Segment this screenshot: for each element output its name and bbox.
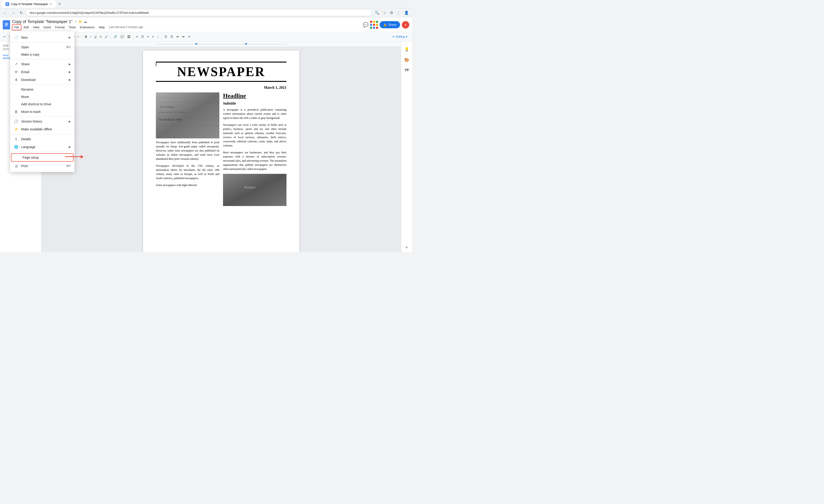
share-button[interactable]: 🔒 Share: [380, 21, 400, 28]
map-icon[interactable]: 🗺: [403, 66, 411, 75]
editing-mode-btn[interactable]: ✏ Editing ▾: [390, 34, 410, 39]
indent-increase-btn[interactable]: ➡: [181, 34, 186, 39]
menu-view[interactable]: View: [31, 25, 41, 30]
cloud-icon[interactable]: ☁: [84, 20, 87, 23]
menu-edit[interactable]: Edit: [22, 25, 30, 30]
align-justify-btn[interactable]: ≡: [150, 34, 155, 39]
line-spacing-btn[interactable]: ↕: [156, 34, 160, 39]
new-doc-icon: 📄: [14, 35, 18, 39]
menu-item-email[interactable]: ✉ Email ▶: [10, 68, 75, 76]
user-avatar[interactable]: A: [402, 21, 409, 28]
back-button[interactable]: ←: [2, 10, 8, 16]
download-arrow-icon: ▶: [69, 78, 71, 81]
menu-section-details: ℹ Details 🌐 Language ▶: [10, 134, 75, 152]
tab-close-btn[interactable]: ×: [50, 2, 52, 6]
reload-button[interactable]: ↻: [18, 10, 24, 16]
extension-icon[interactable]: ⚙: [389, 10, 395, 16]
star-icon[interactable]: ☆: [74, 20, 77, 23]
numbered-btn[interactable]: ☰: [169, 34, 175, 39]
last-edit-text: Last edit was 6 minutes ago: [109, 25, 143, 29]
undo-button[interactable]: ↩: [2, 34, 7, 39]
text-color-button[interactable]: A: [98, 34, 103, 39]
menu-item-make-copy[interactable]: Make a copy: [10, 51, 75, 58]
menu-item-rename[interactable]: Rename: [10, 86, 75, 93]
menu-download-label: Download: [21, 78, 66, 82]
bullets-btn[interactable]: ☰: [163, 34, 169, 39]
menu-section-organize: Rename Move Add shortcut to Drive 🗑 Move…: [10, 85, 75, 117]
comment-inline-btn[interactable]: 💬: [119, 34, 125, 39]
align-right-btn[interactable]: ≡: [146, 34, 150, 39]
link-button[interactable]: 🔗: [112, 34, 119, 39]
body-text-3: Most newspapers are businesses, and they…: [223, 150, 287, 171]
doc-panel: NEWSPAPER March 1, 2021: [41, 41, 401, 252]
menu-format[interactable]: Format: [54, 25, 67, 30]
newspaper-image-2: Pioneer: [223, 174, 287, 206]
sidebar-right: 💡 🎨 🗺 +: [401, 41, 412, 252]
newspaper-date: March 1, 2021: [156, 86, 287, 90]
menu-item-language[interactable]: 🌐 Language ▶: [10, 143, 75, 151]
google-apps-button[interactable]: [371, 21, 378, 28]
menu-item-move[interactable]: Move: [10, 93, 75, 100]
menu-item-offline[interactable]: ⚡ Make available offline: [10, 125, 75, 133]
menu-item-trash[interactable]: 🗑 Move to trash: [10, 108, 75, 115]
bold-button[interactable]: B: [84, 34, 88, 39]
new-tab-btn[interactable]: +: [58, 0, 62, 8]
new-arrow-icon: ▶: [69, 36, 71, 39]
menu-item-new[interactable]: 📄 New ▶: [10, 33, 75, 41]
move-icon[interactable]: 📁: [78, 20, 82, 23]
doc-title[interactable]: Copy of Template "Newspaper 1": [12, 19, 73, 24]
menu-item-download[interactable]: ⬇ Download ▶: [10, 76, 75, 84]
bookmark-icon[interactable]: ☆: [382, 10, 388, 16]
body-text-2: Newspapers can cover a wide variety of f…: [223, 123, 287, 147]
menu-tools[interactable]: Tools: [67, 25, 78, 30]
settings-icon[interactable]: ⋮: [395, 10, 402, 16]
svg-text:Pioneer: Pioneer: [244, 185, 255, 189]
menu-item-version-history[interactable]: 🕐 Version history ▶: [10, 117, 75, 125]
headline-text: Headline: [223, 92, 287, 99]
profile-icon[interactable]: 👤: [403, 10, 410, 16]
add-icon[interactable]: +: [404, 243, 410, 252]
svg-rect-6: [5, 24, 8, 24]
align-center-btn[interactable]: ☰: [140, 34, 145, 39]
italic-button[interactable]: I: [89, 34, 93, 39]
font-size-increase[interactable]: +: [76, 34, 81, 39]
doc-page[interactable]: NEWSPAPER March 1, 2021: [143, 51, 299, 252]
address-input[interactable]: [26, 10, 372, 16]
details-icon: ℹ: [14, 137, 18, 141]
clear-format-btn[interactable]: ✕: [187, 34, 192, 39]
menu-email-label: Email: [21, 70, 66, 74]
image-button[interactable]: 🖼: [126, 34, 132, 39]
format-icon[interactable]: 🎨: [402, 56, 411, 64]
comment-button[interactable]: 💬: [363, 22, 369, 27]
menu-item-open[interactable]: Open ⌘O: [10, 43, 75, 51]
underline-button[interactable]: U: [93, 34, 98, 39]
highlight-button[interactable]: 🖊: [103, 34, 109, 39]
menu-print-label: Print: [21, 164, 64, 168]
menu-item-add-shortcut[interactable]: Add shortcut to Drive: [10, 100, 75, 108]
tab-favicon: [5, 2, 9, 6]
search-icon[interactable]: 🔍: [373, 10, 381, 16]
active-tab[interactable]: Copy of Template "Newspaper ×: [2, 0, 56, 8]
menu-item-share[interactable]: ↗ Share ▶: [10, 60, 75, 68]
share-icon: ↗: [14, 62, 18, 66]
forward-button[interactable]: →: [10, 10, 17, 16]
body-text-6: Some newspapers with high editorial: [156, 183, 219, 187]
indent-decrease-btn[interactable]: ⬅: [175, 34, 180, 39]
menu-item-details[interactable]: ℹ Details: [10, 135, 75, 143]
history-icon: 🕐: [14, 119, 18, 123]
menu-extensions[interactable]: Extensions: [78, 25, 96, 30]
menu-insert[interactable]: Insert: [41, 25, 53, 30]
download-icon: ⬇: [14, 78, 18, 82]
language-icon: 🌐: [14, 145, 18, 149]
menu-item-print[interactable]: 🖨 Print ⌘P: [10, 162, 75, 170]
menu-item-page-setup[interactable]: Page setup: [11, 154, 74, 162]
smart-assist-icon[interactable]: 💡: [402, 45, 411, 54]
column-right: Headline Subtitle A newspaper is a perio…: [223, 92, 287, 206]
menu-file[interactable]: File: [12, 24, 21, 30]
menu-trash-label: Move to trash: [21, 110, 71, 114]
svg-rect-7: [5, 25, 8, 25]
menu-bar: File Edit View Insert Format Tools Exten…: [12, 24, 361, 30]
print-menu-icon: 🖨: [14, 164, 18, 168]
align-left-btn[interactable]: ≡: [135, 34, 139, 39]
menu-help[interactable]: Help: [97, 25, 107, 30]
